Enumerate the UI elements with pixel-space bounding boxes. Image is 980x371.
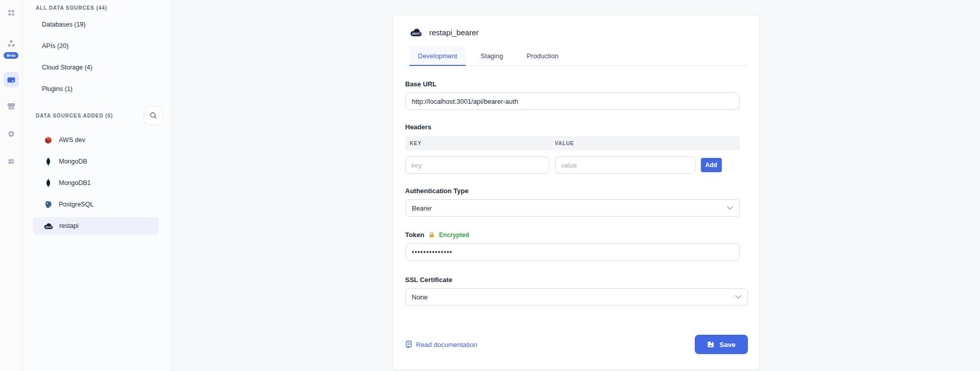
- token-label-row: Token Encrypted: [405, 231, 747, 239]
- postgresql-icon: [43, 200, 53, 210]
- search-button[interactable]: [144, 106, 163, 125]
- documentation-icon: [405, 340, 413, 349]
- auth-type-label: Authentication Type: [405, 187, 747, 195]
- token-input[interactable]: [405, 243, 740, 261]
- list-item-postgresql[interactable]: PostgreSQL: [33, 196, 159, 213]
- page-title: restapi_bearer: [429, 28, 479, 37]
- list-item-mongodb[interactable]: MongoDB: [33, 153, 159, 170]
- list-item-restapi[interactable]: (REST) restapi: [33, 217, 159, 235]
- svg-text:(REST): (REST): [45, 226, 52, 228]
- database-server-icon[interactable]: [4, 154, 19, 169]
- aws-icon: [43, 135, 53, 145]
- encrypted-badge: Encrypted: [439, 231, 469, 239]
- added-header-row: DATA SOURCES ADDED (5): [22, 105, 171, 126]
- main-area: (REST) restapi_bearer Development Stagin…: [172, 0, 980, 371]
- tab-production[interactable]: Production: [518, 47, 567, 65]
- ssl-certificate-label: SSL Certificate: [405, 276, 747, 284]
- ssl-certificate-select[interactable]: None: [405, 288, 748, 306]
- data-sources-added-header: DATA SOURCES ADDED (5): [22, 113, 122, 119]
- settings-gear-icon[interactable]: [4, 126, 19, 142]
- apps-grid-icon[interactable]: [4, 5, 19, 20]
- header-key-input[interactable]: [405, 156, 549, 174]
- chevron-down-icon: [727, 206, 733, 210]
- save-button[interactable]: Save: [695, 335, 748, 354]
- workflows-icon[interactable]: [4, 36, 19, 51]
- base-url-label: Base URL: [405, 80, 747, 88]
- data-sources-icon[interactable]: [4, 72, 19, 87]
- restapi-icon: (REST): [43, 222, 54, 230]
- list-item-label: PostgreSQL: [59, 201, 94, 208]
- title-row: (REST) restapi_bearer: [405, 28, 747, 37]
- marketplace-icon[interactable]: [4, 99, 19, 114]
- icon-rail: Beta: [0, 0, 22, 371]
- list-item-mongodb1[interactable]: MongoDB1: [33, 174, 159, 192]
- restapi-icon: (REST): [409, 28, 423, 37]
- token-label: Token: [405, 231, 424, 239]
- list-item-label: MongoDB1: [59, 179, 91, 187]
- add-header-button[interactable]: Add: [701, 158, 722, 172]
- list-item-label: AWS dev: [59, 136, 85, 144]
- chevron-down-icon: [735, 295, 741, 299]
- save-floppy-icon: [706, 340, 715, 349]
- search-icon: [149, 111, 157, 120]
- read-documentation-label: Read documentation: [416, 341, 477, 349]
- list-item-label: MongoDB: [59, 158, 87, 165]
- key-column-header: KEY: [405, 141, 555, 146]
- form-body: Base URL Headers KEY VALUE Add Authentic…: [393, 66, 759, 369]
- sidebar-item-plugins[interactable]: Plugins (1): [22, 78, 171, 100]
- sidebar-item-apis[interactable]: APIs (20): [22, 35, 171, 57]
- tab-staging[interactable]: Staging: [472, 47, 512, 65]
- mongodb-icon: [43, 178, 53, 188]
- lock-icon: [428, 231, 435, 238]
- added-sources-list: AWS dev MongoDB MongoDB1 PostgreSQL: [22, 126, 171, 235]
- datasource-settings-card: (REST) restapi_bearer Development Stagin…: [393, 15, 760, 370]
- value-column-header: VALUE: [555, 141, 575, 146]
- card-header: (REST) restapi_bearer Development Stagin…: [393, 15, 759, 66]
- tab-development[interactable]: Development: [409, 47, 466, 65]
- card-footer: Read documentation Save: [405, 335, 748, 354]
- list-item-label: restapi: [59, 222, 79, 229]
- list-item-aws-dev[interactable]: AWS dev: [33, 131, 159, 149]
- svg-text:(REST): (REST): [412, 33, 420, 35]
- headers-table-header: KEY VALUE: [405, 136, 740, 150]
- beta-badge: Beta: [4, 52, 18, 59]
- auth-type-value: Bearer: [412, 204, 432, 212]
- save-button-label: Save: [719, 341, 736, 349]
- base-url-input[interactable]: [405, 92, 740, 110]
- read-documentation-link[interactable]: Read documentation: [405, 340, 477, 349]
- ssl-certificate-value: None: [412, 293, 428, 301]
- environment-tabs: Development Staging Production: [405, 47, 747, 66]
- all-data-sources-header: ALL DATA SOURCES (44): [22, 1, 171, 14]
- header-value-input[interactable]: [555, 156, 696, 174]
- sidebar-item-cloud-storage[interactable]: Cloud Storage (4): [22, 57, 171, 78]
- mongodb-icon: [43, 157, 53, 167]
- header-entry-row: Add: [405, 156, 747, 174]
- auth-type-select[interactable]: Bearer: [405, 199, 740, 217]
- sidebar: ALL DATA SOURCES (44) Databases (19) API…: [22, 0, 172, 371]
- sidebar-item-databases[interactable]: Databases (19): [22, 14, 171, 35]
- headers-label: Headers: [405, 123, 747, 131]
